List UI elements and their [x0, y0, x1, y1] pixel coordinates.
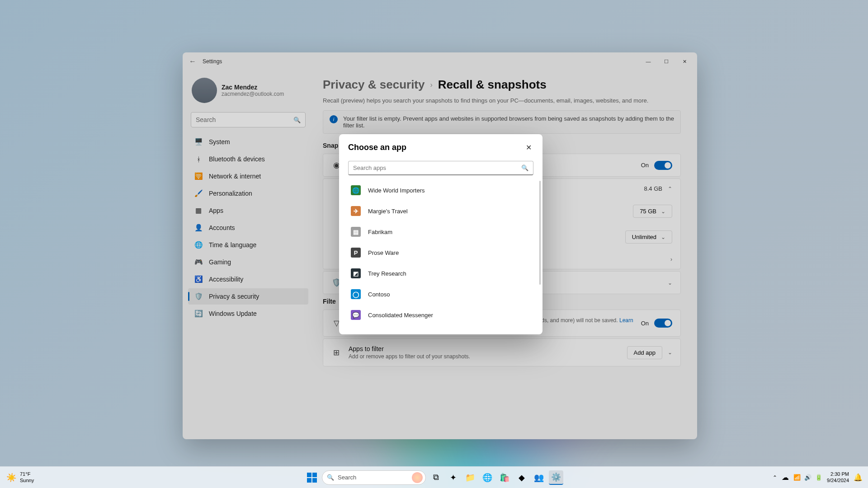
clock[interactable]: 2:30 PM 9/24/2024 [827, 471, 849, 483]
start-button[interactable] [305, 470, 319, 485]
sun-icon: ☀️ [6, 473, 16, 483]
app-name: Margie's Travel [368, 208, 408, 215]
app-name: Trey Research [368, 270, 406, 277]
weather-widget[interactable]: ☀️ 71°F Sunny [6, 471, 34, 483]
app-button-1[interactable]: ◆ [514, 470, 529, 485]
task-view-button[interactable]: ⧉ [429, 470, 443, 485]
modal-search[interactable]: 🔍 [348, 161, 533, 175]
app-row[interactable]: 🌐Wide World Importers [339, 180, 542, 201]
app-icon: 💬 [351, 310, 361, 320]
modal-close-button[interactable]: ✕ [524, 141, 533, 154]
modal-search-input[interactable] [353, 164, 521, 171]
weather-temp: 71°F [20, 471, 34, 477]
app-icon: P [351, 248, 361, 258]
battery-icon: 🔋 [815, 474, 822, 481]
app-row[interactable]: ✈Margie's Travel [339, 201, 542, 221]
app-icon: ◩ [351, 268, 361, 278]
notifications-icon[interactable]: 🔔 [854, 473, 863, 482]
weather-cond: Sunny [20, 478, 34, 483]
explorer-button[interactable]: 📁 [463, 470, 477, 485]
settings-button[interactable]: ⚙️ [549, 470, 563, 485]
teams-button[interactable]: 👥 [532, 470, 546, 485]
app-row[interactable]: 💬Consolidated Messenger [339, 305, 542, 325]
app-icon: ✈ [351, 206, 361, 216]
copilot-button[interactable]: ✦ [446, 470, 460, 485]
tray-chevron-icon[interactable]: ⌃ [773, 474, 777, 481]
system-tray[interactable]: 📶 🔊 🔋 [793, 474, 822, 481]
edge-button[interactable]: 🌐 [480, 470, 495, 485]
clock-date: 9/24/2024 [827, 478, 849, 483]
search-icon: 🔍 [521, 164, 528, 171]
app-icon: ◯ [351, 289, 361, 299]
app-row[interactable]: PProse Ware [339, 242, 542, 263]
taskbar-search[interactable]: 🔍 Search [322, 470, 426, 485]
app-name: Consolidated Messenger [368, 312, 433, 319]
app-list[interactable]: 🌐Wide World Importers✈Margie's Travel▤Fa… [339, 178, 542, 334]
app-icon: ▤ [351, 227, 361, 237]
app-name: Fabrikam [368, 229, 392, 235]
wifi-icon: 📶 [793, 474, 801, 481]
clock-time: 2:30 PM [827, 471, 849, 477]
search-icon: 🔍 [327, 474, 334, 481]
app-name: Contoso [368, 291, 390, 298]
app-row[interactable]: ▤Fabrikam [339, 221, 542, 242]
app-name: Wide World Importers [368, 187, 425, 194]
app-name: Prose Ware [368, 249, 399, 256]
modal-title: Choose an app [348, 143, 406, 152]
app-icon: 🌐 [351, 185, 361, 195]
store-button[interactable]: 🛍️ [497, 470, 512, 485]
taskbar: ☀️ 71°F Sunny 🔍 Search ⧉ ✦ 📁 🌐 🛍️ ◆ 👥 ⚙️… [0, 466, 868, 488]
app-row[interactable]: ◩Trey Research [339, 263, 542, 284]
modal-overlay[interactable]: Choose an app ✕ 🔍 🌐Wide World Importers✈… [0, 0, 868, 488]
choose-app-modal: Choose an app ✕ 🔍 🌐Wide World Importers✈… [339, 134, 542, 334]
taskbar-search-label: Search [338, 474, 408, 481]
search-highlight-icon [412, 472, 423, 483]
volume-icon: 🔊 [804, 474, 811, 481]
onedrive-icon[interactable]: ☁ [782, 473, 789, 482]
app-row[interactable]: ◯Contoso [339, 284, 542, 305]
